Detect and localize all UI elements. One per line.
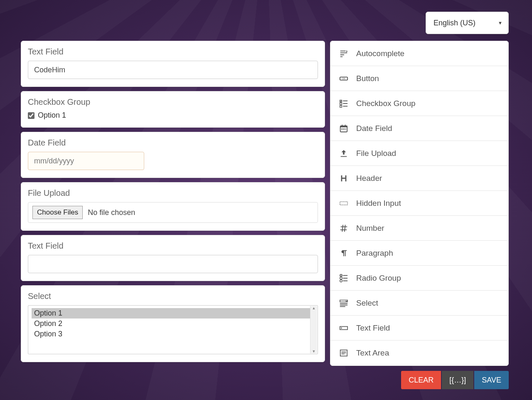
calendar-icon — [339, 123, 349, 133]
hidden-input-icon — [339, 198, 349, 208]
palette-item-number[interactable]: Number — [330, 216, 508, 241]
svg-rect-32 — [342, 354, 345, 354]
text-input[interactable] — [28, 255, 318, 273]
topbar: English (US) — [426, 12, 509, 34]
date-input[interactable] — [28, 152, 144, 170]
canvas-item-text-4[interactable]: Text Field — [21, 235, 325, 281]
svg-rect-9 — [340, 126, 347, 127]
radio-group-icon — [339, 273, 349, 283]
text-field-icon — [339, 323, 349, 333]
svg-rect-18 — [343, 275, 347, 276]
palette-item-hidden-input[interactable]: Hidden Input — [330, 191, 508, 216]
palette-item-text-area[interactable]: Text Area — [330, 341, 508, 365]
select-scrollbar[interactable]: ▲ ▼ — [310, 306, 317, 353]
palette-item-label: Autocomplete — [356, 49, 404, 58]
checkbox-input[interactable] — [28, 112, 34, 119]
text-area-icon — [339, 348, 349, 358]
svg-rect-14 — [345, 128, 346, 130]
svg-rect-22 — [343, 280, 347, 281]
canvas-item-checkbox-1[interactable]: Checkbox Group Option 1 — [21, 91, 325, 128]
select-option[interactable]: Option 1 — [32, 308, 314, 319]
svg-rect-25 — [340, 304, 347, 305]
palette-item-label: Hidden Input — [356, 199, 401, 208]
language-select[interactable]: English (US) — [426, 12, 509, 34]
checkbox-group-icon — [339, 99, 349, 109]
checkbox-option[interactable]: Option 1 — [28, 111, 318, 120]
field-label: Text Field — [28, 47, 318, 57]
palette-item-date-field[interactable]: Date Field — [330, 116, 508, 141]
palette-item-text-field[interactable]: Text Field — [330, 316, 508, 341]
palette-item-label: Radio Group — [356, 274, 401, 283]
palette-item-label: Checkbox Group — [356, 99, 416, 108]
palette-item-label: Header — [356, 174, 382, 183]
autocomplete-icon — [339, 49, 349, 59]
language-select-value: English (US) — [433, 19, 475, 27]
workspace: Text Field Checkbox Group Option 1 Date … — [21, 41, 509, 390]
svg-rect-20 — [343, 278, 347, 279]
file-status-text: No file chosen — [88, 208, 135, 217]
palette-item-header[interactable]: Header — [330, 166, 508, 191]
canvas-item-date-2[interactable]: Date Field — [21, 132, 325, 178]
svg-rect-24 — [340, 303, 347, 304]
component-palette: Autocomplete OK Button Checkbox Group Da… — [330, 41, 509, 366]
svg-rect-26 — [340, 306, 345, 307]
checkbox-option-label: Option 1 — [38, 111, 66, 120]
svg-point-17 — [340, 275, 341, 276]
palette-item-button[interactable]: OK Button — [330, 66, 508, 91]
field-label: Date Field — [28, 138, 318, 148]
svg-rect-3 — [343, 100, 347, 101]
select-icon — [339, 298, 349, 308]
palette-column: Autocomplete OK Button Checkbox Group Da… — [330, 41, 509, 390]
hash-icon — [339, 223, 349, 233]
svg-rect-12 — [342, 128, 343, 130]
svg-text:OK: OK — [342, 77, 345, 80]
palette-item-label: File Upload — [356, 149, 396, 158]
upload-icon — [339, 148, 349, 158]
svg-rect-27 — [340, 326, 347, 329]
select-option[interactable]: Option 3 — [32, 329, 314, 339]
save-button[interactable]: SAVE — [474, 371, 509, 389]
palette-item-label: Button — [356, 74, 379, 83]
button-icon: OK — [339, 74, 349, 84]
canvas-item-file-3[interactable]: File Upload Choose Files No file chosen — [21, 182, 325, 231]
svg-rect-15 — [340, 202, 347, 205]
file-input-row: Choose Files No file chosen — [28, 202, 318, 223]
svg-rect-13 — [343, 128, 345, 130]
select-option[interactable]: Option 2 — [32, 319, 314, 329]
field-label: File Upload — [28, 188, 318, 198]
svg-rect-7 — [343, 106, 347, 106]
palette-item-select[interactable]: Select — [330, 291, 508, 316]
palette-item-radio-group[interactable]: Radio Group — [330, 266, 508, 291]
field-label: Checkbox Group — [28, 97, 318, 107]
palette-item-label: Date Field — [356, 124, 392, 133]
select-listbox[interactable]: Option 1 Option 2 Option 3 ▲ ▼ — [28, 305, 318, 354]
svg-rect-11 — [345, 124, 346, 126]
palette-item-label: Number — [356, 224, 384, 233]
action-buttons: CLEAR [{…}] SAVE — [330, 371, 509, 389]
palette-item-paragraph[interactable]: Paragraph — [330, 241, 508, 266]
svg-rect-30 — [342, 351, 346, 352]
svg-rect-6 — [340, 105, 342, 107]
svg-rect-28 — [341, 327, 342, 329]
scroll-up-icon[interactable]: ▲ — [312, 306, 316, 310]
field-label: Select — [28, 291, 318, 301]
header-icon — [339, 173, 349, 183]
svg-point-19 — [340, 277, 342, 279]
clear-button[interactable]: CLEAR — [401, 371, 441, 389]
svg-rect-10 — [342, 124, 342, 126]
palette-item-label: Select — [356, 299, 378, 308]
choose-files-button[interactable]: Choose Files — [32, 206, 83, 219]
json-button[interactable]: [{…}] — [442, 371, 473, 389]
palette-item-checkbox-group[interactable]: Checkbox Group — [330, 91, 508, 116]
canvas-item-select-5[interactable]: Select Option 1 Option 2 Option 3 ▲ ▼ — [21, 285, 325, 362]
svg-point-21 — [340, 279, 342, 282]
text-input[interactable] — [28, 61, 318, 79]
svg-rect-31 — [342, 353, 346, 353]
palette-item-label: Paragraph — [356, 249, 393, 258]
canvas-item-text-0[interactable]: Text Field — [21, 41, 325, 87]
palette-item-file-upload[interactable]: File Upload — [330, 141, 508, 166]
palette-item-autocomplete[interactable]: Autocomplete — [330, 41, 508, 66]
scroll-down-icon[interactable]: ▼ — [312, 349, 316, 353]
field-label: Text Field — [28, 241, 318, 251]
palette-item-label: Text Area — [356, 348, 389, 358]
